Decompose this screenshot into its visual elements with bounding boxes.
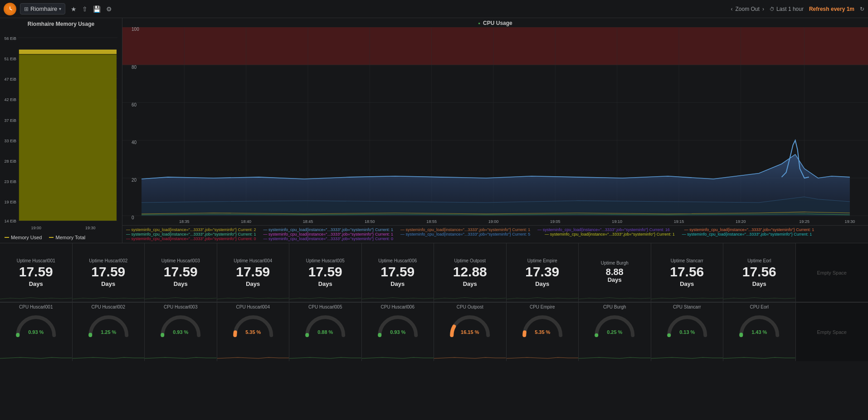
cpu-panel-header: ● CPU Usage bbox=[122, 18, 868, 27]
cpu-legend-item-5: — systeminfo_cpu_load{instance="...3333"… bbox=[684, 227, 814, 232]
svg-rect-24 bbox=[19, 50, 117, 54]
time-range-picker[interactable]: ⏱ Last 1 hour bbox=[770, 6, 804, 12]
uptime-unit-4: Days bbox=[318, 280, 332, 287]
svg-text:51 EiB: 51 EiB bbox=[4, 57, 16, 61]
cpu-cell-10: CPU Eorl 1.43 % bbox=[723, 302, 796, 361]
svg-text:42 EiB: 42 EiB bbox=[4, 97, 16, 102]
svg-text:33 EiB: 33 EiB bbox=[4, 139, 16, 143]
uptime-value-9: 17.56 bbox=[670, 265, 704, 279]
cpu-cell-2: CPU Huscarl003 0.93 % bbox=[145, 302, 217, 361]
uptime-unit-6: Days bbox=[463, 280, 477, 287]
uptime-value-5: 17.59 bbox=[380, 265, 414, 279]
uptime-value-1: 17.59 bbox=[91, 265, 125, 279]
cpu-legend-items: — systeminfo_cpu_load{instance="...3333"… bbox=[126, 227, 864, 241]
uptime-cell-3: Uptime Huscarl004 17.59 Days bbox=[217, 243, 290, 302]
cpu-stat-label-1: CPU Huscarl002 bbox=[92, 304, 125, 309]
svg-text:100: 100 bbox=[132, 27, 139, 32]
star-icon[interactable]: ★ bbox=[71, 5, 77, 13]
cpu-legend-item-7: — systeminfo_cpu_load{instance="...3333"… bbox=[263, 232, 393, 237]
cpu-legend-item-4: — systeminfo_cpu_load{instance="...3333"… bbox=[537, 227, 669, 232]
cpu-legend-item-12: — systeminfo_cpu_load{instance="...3333"… bbox=[263, 237, 393, 241]
svg-text:20: 20 bbox=[132, 178, 137, 183]
uptime-label-7: Uptime Empire bbox=[527, 258, 557, 263]
cpu-cell-5: CPU Huscarl006 0.93 % bbox=[362, 302, 434, 361]
cpu-gauge-row: CPU Huscarl001 0.93 % CPU Huscarl002 1.2… bbox=[0, 302, 868, 361]
cpu-cell-0: CPU Huscarl001 0.93 % bbox=[0, 302, 73, 361]
clock-icon: ⏱ bbox=[770, 6, 775, 12]
cpu-legend-item-11: — systeminfo_cpu_load{instance="...3333"… bbox=[126, 237, 256, 241]
chevron-right-icon: › bbox=[762, 6, 764, 12]
cpu-cell-11: Empty Space bbox=[796, 302, 868, 361]
dashboard-selector[interactable]: ⊞ Riomhaire ▾ bbox=[20, 3, 65, 14]
svg-text:19:00: 19:00 bbox=[488, 219, 499, 224]
svg-text:19:25: 19:25 bbox=[799, 219, 809, 224]
cpu-chart-legend: — systeminfo_cpu_load{instance="...3333"… bbox=[122, 225, 868, 243]
svg-text:5.35 %: 5.35 % bbox=[535, 329, 550, 335]
empty-space-label-uptime: Empty Space bbox=[817, 270, 847, 275]
uptime-value-0: 17.59 bbox=[19, 265, 53, 279]
memory-chart-svg: 56 EiB 51 EiB 47 EiB 42 EiB 37 EiB 33 Ei… bbox=[0, 28, 122, 233]
uptime-value-4: 17.59 bbox=[308, 265, 342, 279]
memory-panel-title: Riomhaire Memory Usage bbox=[0, 18, 122, 28]
uptime-value-10: 17.56 bbox=[742, 265, 776, 279]
uptime-label-9: Uptime Stancarr bbox=[671, 258, 703, 263]
svg-text:0.93 %: 0.93 % bbox=[390, 329, 405, 335]
dashboard-grid-icon: ⊞ bbox=[24, 6, 29, 12]
cpu-stat-label-4: CPU Huscarl005 bbox=[308, 304, 342, 309]
cpu-cell-1: CPU Huscarl002 1.25 % bbox=[73, 302, 145, 361]
svg-text:0: 0 bbox=[132, 215, 134, 220]
svg-text:18:40: 18:40 bbox=[241, 219, 251, 224]
svg-text:80: 80 bbox=[132, 64, 137, 69]
svg-rect-23 bbox=[19, 55, 117, 221]
cpu-stat-label-0: CPU Huscarl001 bbox=[19, 304, 53, 309]
topnav: ⊞ Riomhaire ▾ ★ ⇧ 💾 ⚙ ‹ Zoom Out › ⏱ Las… bbox=[0, 0, 868, 18]
cpu-cell-4: CPU Huscarl005 0.88 % bbox=[289, 302, 362, 361]
cpu-panel: ● CPU Usage 100 80 60 40 20 0 bbox=[122, 18, 868, 243]
dashboard-name: Riomhaire bbox=[30, 5, 57, 12]
uptime-cell-2: Uptime Huscarl003 17.59 Days bbox=[145, 243, 217, 302]
svg-text:0.13 %: 0.13 % bbox=[679, 329, 695, 335]
uptime-label-10: Uptime Eorl bbox=[747, 258, 771, 263]
cpu-stat-label-9: CPU Stancarr bbox=[673, 304, 701, 309]
settings-icon[interactable]: ⚙ bbox=[106, 5, 112, 13]
cpu-legend-item-1: — systeminfo_cpu_load{instance="...3333"… bbox=[126, 227, 256, 232]
uptime-label-8: Uptime Burgh bbox=[601, 261, 629, 266]
grafana-logo[interactable] bbox=[4, 3, 16, 15]
cpu-chart-svg: 100 80 60 40 20 0 18:35 18: bbox=[122, 27, 868, 225]
svg-text:1.43 %: 1.43 % bbox=[751, 329, 767, 335]
uptime-value-6: 12.88 bbox=[453, 265, 487, 279]
svg-text:37 EiB: 37 EiB bbox=[4, 118, 16, 122]
svg-text:23 EiB: 23 EiB bbox=[4, 179, 16, 184]
save-icon[interactable]: 💾 bbox=[93, 5, 101, 13]
uptime-label-4: Uptime Huscarl005 bbox=[306, 258, 345, 263]
refresh-label[interactable]: Refresh every 1m bbox=[809, 6, 854, 12]
cpu-stat-label-6: CPU Outpost bbox=[457, 304, 483, 309]
cpu-stat-label-7: CPU Empire bbox=[530, 304, 555, 309]
cpu-legend-item-9: — systeminfo_cpu_load{instance="...3333"… bbox=[545, 232, 674, 237]
cpu-legend-item-8: — systeminfo_cpu_load{instance="...3333"… bbox=[400, 232, 530, 237]
zoom-out-button[interactable]: ‹ Zoom Out › bbox=[731, 6, 764, 12]
uptime-unit-7: Days bbox=[535, 280, 549, 287]
uptime-cell-0: Uptime Huscarl001 17.59 Days bbox=[0, 243, 73, 302]
share-icon[interactable]: ⇧ bbox=[82, 5, 88, 13]
zoom-out-label: Zoom Out bbox=[736, 6, 760, 12]
memory-total-dot bbox=[49, 237, 54, 238]
svg-text:5.35 %: 5.35 % bbox=[245, 329, 261, 335]
svg-rect-29 bbox=[122, 27, 868, 65]
charts-section: Riomhaire Memory Usage 56 EiB 51 EiB 4 bbox=[0, 18, 868, 243]
cpu-cell-8: CPU Burgh 0.25 % bbox=[579, 302, 651, 361]
uptime-value-8: 8.88 bbox=[606, 267, 624, 276]
uptime-row: Uptime Huscarl001 17.59 Days Uptime Husc… bbox=[0, 243, 868, 302]
refresh-icon[interactable]: ↻ bbox=[860, 6, 864, 12]
cpu-stat-label-8: CPU Burgh bbox=[603, 304, 626, 309]
uptime-cell-7: Uptime Empire 17.39 Days bbox=[507, 243, 579, 302]
svg-text:56 EiB: 56 EiB bbox=[4, 36, 16, 41]
cpu-cell-9: CPU Stancarr 0.13 % bbox=[651, 302, 724, 361]
uptime-label-3: Uptime Huscarl004 bbox=[234, 258, 272, 263]
memory-total-legend: Memory Total bbox=[49, 235, 85, 240]
svg-text:18:45: 18:45 bbox=[303, 219, 313, 224]
uptime-cell-10: Uptime Eorl 17.56 Days bbox=[723, 243, 796, 302]
svg-text:19:15: 19:15 bbox=[674, 219, 684, 224]
chevron-left-icon: ‹ bbox=[731, 6, 733, 12]
uptime-unit-1: Days bbox=[101, 280, 115, 287]
